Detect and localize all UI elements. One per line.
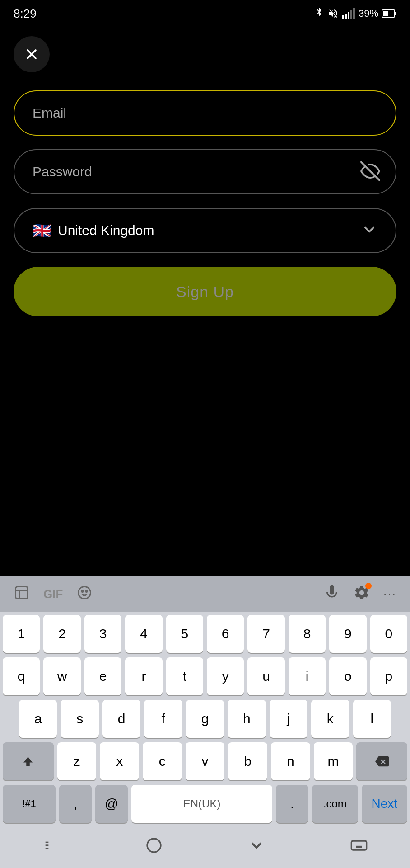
key-c[interactable]: c (143, 742, 182, 780)
keyboard-nav-button[interactable] (350, 836, 368, 854)
svg-rect-3 (350, 10, 352, 19)
password-input[interactable] (14, 149, 396, 194)
key-8[interactable]: 8 (289, 615, 326, 653)
zxcv-row: z x c v b n m (3, 742, 407, 780)
svg-rect-11 (16, 586, 28, 599)
space-key[interactable]: EN(UK) (131, 785, 272, 823)
bluetooth-icon (314, 7, 324, 20)
country-left: 🇬🇧 United Kingdom (33, 222, 154, 240)
microphone-icon[interactable] (324, 585, 340, 604)
toggle-password-button[interactable] (360, 161, 380, 183)
symbols-key[interactable]: !#1 (3, 785, 56, 823)
key-z[interactable]: z (57, 742, 97, 780)
dot-com-key[interactable]: .com (312, 785, 358, 823)
shift-key[interactable] (3, 742, 54, 780)
country-name: United Kingdom (58, 223, 154, 238)
country-dropdown[interactable]: 🇬🇧 United Kingdom (14, 208, 396, 253)
svg-point-13 (82, 590, 83, 592)
key-v[interactable]: v (186, 742, 225, 780)
close-icon (23, 46, 40, 62)
key-f[interactable]: f (144, 700, 182, 738)
email-input[interactable] (14, 90, 396, 136)
key-1[interactable]: 1 (3, 615, 40, 653)
recents-nav-button[interactable] (247, 836, 266, 854)
key-4[interactable]: 4 (125, 615, 162, 653)
mute-icon (328, 8, 339, 19)
country-flag: 🇬🇧 (33, 222, 51, 240)
password-form-group (14, 149, 396, 194)
navigation-bar (0, 827, 410, 868)
key-x[interactable]: x (100, 742, 139, 780)
svg-point-12 (79, 586, 91, 599)
svg-rect-6 (383, 11, 388, 16)
keyboard: GIF ··· 1 2 3 4 5 (0, 576, 410, 868)
svg-rect-4 (353, 8, 355, 19)
keyboard-toolbar-left: GIF (14, 585, 93, 604)
svg-rect-1 (345, 14, 347, 19)
status-time: 8:29 (14, 7, 37, 21)
key-i[interactable]: i (289, 657, 326, 695)
emoji-icon[interactable] (76, 585, 93, 604)
bottom-row: !#1 , @ EN(UK) . .com Next (3, 785, 407, 823)
key-3[interactable]: 3 (84, 615, 121, 653)
gif-icon[interactable]: GIF (43, 587, 63, 601)
app-content: 🇬🇧 United Kingdom Sign Up (0, 27, 410, 335)
key-0[interactable]: 0 (370, 615, 407, 653)
keyboard-settings-icon[interactable] (354, 585, 370, 604)
keyboard-body: 1 2 3 4 5 6 7 8 9 0 q w e r t y u i o p … (0, 612, 410, 823)
key-s[interactable]: s (61, 700, 98, 738)
keyboard-toolbar-right: ··· (324, 585, 396, 604)
battery-icon (382, 9, 396, 18)
at-key[interactable]: @ (95, 785, 128, 823)
svg-rect-19 (351, 841, 366, 850)
settings-notification-dot (365, 583, 372, 589)
comma-key[interactable]: , (59, 785, 92, 823)
qwerty-row: q w e r t y u i o p (3, 657, 407, 695)
more-options-icon[interactable]: ··· (383, 587, 396, 601)
chevron-down-icon (361, 222, 377, 240)
keyboard-toolbar: GIF ··· (0, 576, 410, 612)
eye-off-icon (360, 161, 380, 181)
key-a[interactable]: a (19, 700, 57, 738)
key-j[interactable]: j (270, 700, 308, 738)
next-key[interactable]: Next (362, 785, 407, 823)
key-d[interactable]: d (102, 700, 140, 738)
back-nav-button[interactable] (42, 836, 61, 854)
close-button[interactable] (14, 36, 50, 72)
key-t[interactable]: t (166, 657, 203, 695)
key-n[interactable]: n (271, 742, 310, 780)
key-o[interactable]: o (329, 657, 366, 695)
key-u[interactable]: u (247, 657, 284, 695)
key-p[interactable]: p (370, 657, 407, 695)
key-5[interactable]: 5 (166, 615, 203, 653)
key-7[interactable]: 7 (247, 615, 284, 653)
key-9[interactable]: 9 (329, 615, 366, 653)
key-2[interactable]: 2 (43, 615, 80, 653)
key-k[interactable]: k (311, 700, 349, 738)
key-m[interactable]: m (314, 742, 353, 780)
backspace-key[interactable] (356, 742, 407, 780)
status-bar: 8:29 39% (0, 0, 410, 27)
svg-rect-2 (348, 12, 349, 19)
sticker-icon[interactable] (14, 585, 30, 604)
svg-rect-0 (342, 15, 344, 19)
key-b[interactable]: b (228, 742, 267, 780)
svg-point-14 (86, 590, 87, 592)
home-nav-button[interactable] (145, 836, 163, 854)
signup-button[interactable]: Sign Up (14, 267, 396, 316)
key-q[interactable]: q (3, 657, 40, 695)
key-l[interactable]: l (353, 700, 391, 738)
status-icons: 39% (314, 7, 396, 20)
svg-rect-18 (147, 839, 161, 852)
battery-text: 39% (359, 8, 378, 19)
key-6[interactable]: 6 (207, 615, 244, 653)
key-y[interactable]: y (207, 657, 244, 695)
key-h[interactable]: h (228, 700, 266, 738)
key-r[interactable]: r (125, 657, 162, 695)
number-row: 1 2 3 4 5 6 7 8 9 0 (3, 615, 407, 653)
key-w[interactable]: w (43, 657, 80, 695)
svg-rect-7 (395, 12, 396, 15)
key-g[interactable]: g (186, 700, 224, 738)
period-key[interactable]: . (276, 785, 308, 823)
key-e[interactable]: e (84, 657, 121, 695)
